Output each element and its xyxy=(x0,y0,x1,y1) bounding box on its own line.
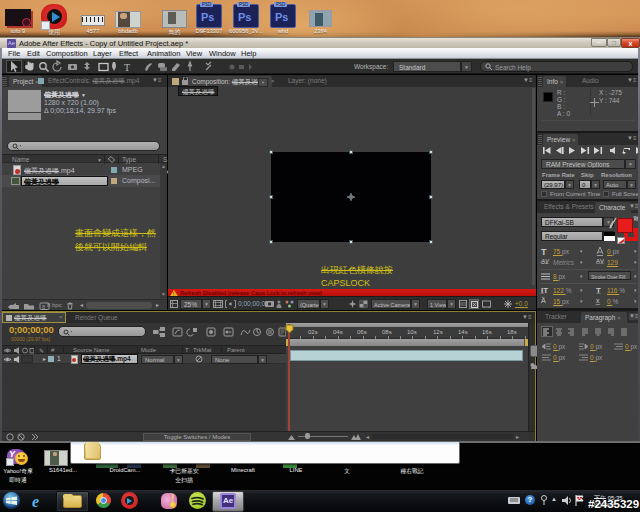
svg-text:T: T xyxy=(124,62,130,73)
svg-text:8: 8 xyxy=(42,304,45,310)
